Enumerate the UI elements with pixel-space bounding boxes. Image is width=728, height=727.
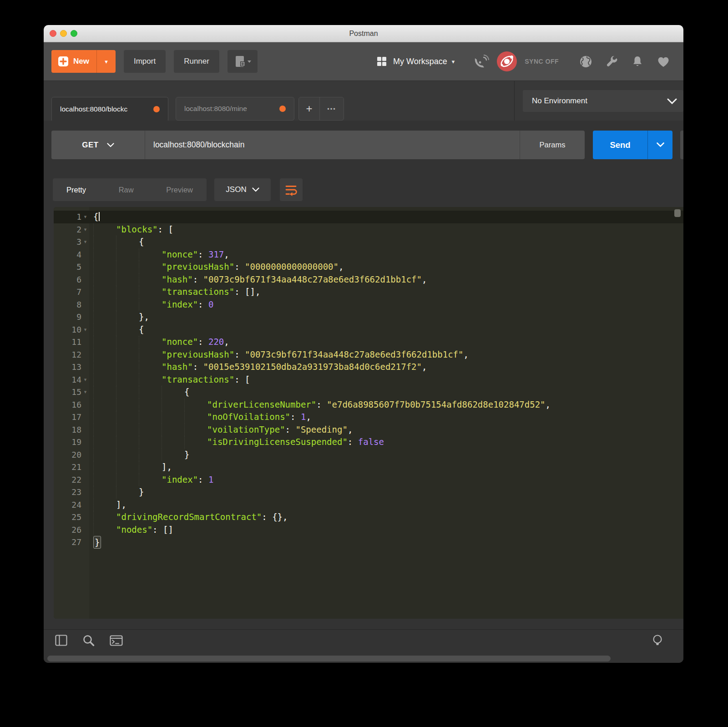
- wrap-text-button[interactable]: [280, 178, 303, 201]
- token: 0: [208, 298, 213, 311]
- console-button[interactable]: [110, 635, 123, 646]
- fold-arrow-icon[interactable]: ▾: [81, 374, 89, 386]
- code-content: {: [89, 236, 144, 248]
- indent-guide: [116, 474, 139, 486]
- token: : {},: [262, 511, 288, 524]
- tips-button[interactable]: [652, 634, 663, 648]
- token: :: [193, 273, 203, 286]
- favorites-heart-icon[interactable]: [657, 56, 670, 67]
- token: "0015e539102150dba2a931973ba84d0c6ed217f…: [203, 361, 422, 374]
- method-selector[interactable]: GET: [51, 131, 145, 159]
- line-number: 5: [76, 261, 81, 273]
- line-gutter: 8: [54, 298, 89, 311]
- params-button[interactable]: Params: [520, 131, 585, 159]
- token: 1: [301, 411, 306, 424]
- minimize-window-button[interactable]: [60, 30, 67, 37]
- response-body-editor[interactable]: 1▾{2▾"blocks": [3▾{4"nonce": 317,5"previ…: [54, 207, 683, 619]
- indent-guide: [139, 461, 162, 474]
- line-number: 16: [71, 399, 81, 411]
- capture-requests-icon[interactable]: [475, 55, 489, 68]
- send-label: Send: [610, 140, 630, 150]
- zoom-window-button[interactable]: [71, 30, 77, 37]
- environment-selector[interactable]: No Environment: [523, 90, 683, 112]
- tab-localhost-blockchain[interactable]: localhost:8080/blockc: [51, 97, 168, 121]
- token: ,: [463, 348, 468, 361]
- line-gutter: 3▾: [54, 236, 89, 248]
- indent-guide: [116, 248, 139, 261]
- ellipsis-icon: •••: [327, 106, 336, 112]
- fold-arrow-icon[interactable]: ▾: [81, 386, 89, 399]
- token: }: [139, 486, 144, 499]
- code-content: "voilationType": "Speeding",: [89, 424, 353, 436]
- token: :: [290, 411, 301, 424]
- new-button[interactable]: New: [51, 50, 96, 73]
- indent-guide: [93, 524, 116, 536]
- send-dropdown-button[interactable]: [647, 131, 672, 159]
- token: "Speeding": [295, 424, 347, 436]
- toggle-sidebar-button[interactable]: [55, 635, 67, 646]
- sync-status-icon[interactable]: [496, 51, 517, 72]
- unsaved-changes-dot: [153, 106, 160, 112]
- line-gutter: 16: [54, 399, 89, 411]
- interceptor-globe-icon[interactable]: [580, 56, 592, 68]
- line-number: 21: [71, 461, 81, 474]
- token: "noOfVoilations": [207, 411, 290, 424]
- indent-guide: [93, 273, 116, 286]
- text-cursor: [99, 212, 100, 221]
- indent-guide: [93, 248, 116, 261]
- new-dropdown-button[interactable]: ▾: [96, 50, 116, 73]
- settings-wrench-icon[interactable]: [606, 56, 618, 68]
- search-button[interactable]: [82, 634, 95, 646]
- line-gutter: 19: [54, 436, 89, 449]
- vertical-scrollbar-thumb[interactable]: [674, 209, 681, 217]
- view-tab-pretty[interactable]: Pretty: [66, 186, 86, 194]
- save-button-clipped[interactable]: [680, 131, 683, 159]
- notifications-bell-icon[interactable]: [632, 56, 643, 68]
- token: ,: [546, 399, 551, 411]
- code-content: "index": 0: [89, 298, 213, 311]
- new-tab-button[interactable]: +: [299, 97, 319, 120]
- runner-button[interactable]: Runner: [174, 50, 219, 73]
- view-tab-preview[interactable]: Preview: [166, 186, 193, 194]
- url-bar-group: GET localhost:8080/blockchain Params: [51, 131, 585, 159]
- token: "nonce": [162, 336, 198, 348]
- import-button[interactable]: Import: [124, 50, 166, 73]
- send-button[interactable]: Send: [593, 131, 647, 159]
- token: : []: [152, 524, 173, 536]
- workspace-selector[interactable]: My Workspace: [393, 57, 447, 66]
- line-number: 14: [71, 374, 81, 386]
- token: "transactions": [162, 374, 234, 386]
- indent-guide: [93, 486, 116, 499]
- token: "isDrivingLicenseSuspended": [207, 436, 348, 449]
- environment-selected-label: No Environment: [532, 96, 587, 106]
- indent-guide: [93, 223, 116, 236]
- tab-localhost-mine[interactable]: localhost:8080/mine: [176, 97, 294, 121]
- postman-window: Postman New ▾ Import Runner: [44, 25, 683, 663]
- token: :: [234, 348, 245, 361]
- response-format-selector[interactable]: JSON: [214, 178, 271, 201]
- code-content: "previousHash": "0000000000000000",: [89, 261, 344, 273]
- console-terminal-icon: [110, 635, 123, 646]
- indent-guide: [162, 424, 184, 436]
- line-number: 22: [71, 474, 81, 486]
- indent-guide: [139, 474, 162, 486]
- new-split-button: New ▾: [51, 50, 116, 73]
- sidebar-layout-icon: [55, 635, 67, 646]
- close-window-button[interactable]: [50, 30, 56, 37]
- fold-arrow-icon[interactable]: ▾: [81, 211, 89, 223]
- fold-arrow-icon[interactable]: ▾: [81, 236, 89, 248]
- fold-arrow-icon[interactable]: ▾: [81, 323, 89, 336]
- indent-guide: [116, 286, 139, 298]
- horizontal-scrollbar-thumb[interactable]: [47, 656, 611, 661]
- code-line-21: 21],: [54, 461, 683, 474]
- new-window-button[interactable]: [228, 50, 258, 73]
- view-tab-raw[interactable]: Raw: [119, 186, 134, 194]
- tab-options-button[interactable]: •••: [319, 97, 344, 120]
- workspace-grid-icon[interactable]: [377, 56, 387, 66]
- line-number: 23: [71, 486, 81, 499]
- line-number: 27: [71, 536, 81, 549]
- line-gutter: 10▾: [54, 323, 89, 336]
- fold-arrow-icon[interactable]: ▾: [81, 223, 89, 236]
- url-input[interactable]: localhost:8080/blockchain: [145, 131, 520, 159]
- line-gutter: 22: [54, 474, 89, 486]
